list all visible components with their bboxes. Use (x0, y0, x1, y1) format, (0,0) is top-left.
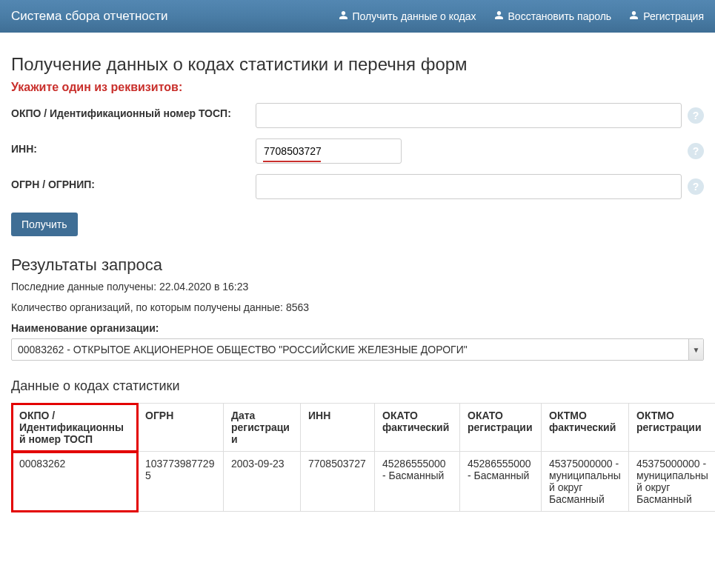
results-heading: Результаты запроса (11, 255, 704, 275)
td-inn: 7708503727 (301, 452, 375, 512)
inn-label: ИНН: (11, 138, 256, 155)
th-okato-fact: ОКАТО фактический (375, 404, 460, 452)
submit-button[interactable]: Получить (11, 213, 78, 236)
nav-links: Получить данные о кодах Восстановить пар… (339, 10, 704, 22)
inn-input[interactable] (256, 138, 402, 164)
org-name-label: Наименование организации: (11, 322, 704, 334)
table-row: 00083262 1037739877295 2003-09-23 770850… (12, 452, 716, 512)
page-title: Получение данных о кодах статистики и пе… (11, 54, 704, 75)
form-row-okpo: ОКПО / Идентификационный номер ТОСП: ? (11, 103, 704, 128)
help-icon[interactable]: ? (688, 143, 704, 159)
ogrn-label: ОГРН / ОГРНИП: (11, 174, 256, 190)
nav-link-label: Получить данные о кодах (353, 10, 476, 22)
content: Получение данных о кодах статистики и пе… (0, 33, 715, 523)
th-okato-reg: ОКАТО регистрации (460, 404, 542, 452)
td-okpo: 00083262 (12, 452, 138, 512)
th-oktmo-fact: ОКТМО фактический (542, 404, 629, 452)
nav-link-register[interactable]: Регистрация (629, 10, 704, 22)
brand: Система сбора отчетности (11, 9, 339, 24)
navbar: Система сбора отчетности Получить данные… (0, 0, 715, 33)
td-okato-reg: 45286555000 - Басманный (460, 452, 542, 512)
th-okpo: ОКПО / Идентификационный номер ТОСП (12, 404, 138, 452)
last-data-line: Последние данные получены: 22.04.2020 в … (11, 281, 704, 293)
nav-link-label: Регистрация (643, 10, 704, 22)
table-header-row: ОКПО / Идентификационный номер ТОСП ОГРН… (12, 404, 716, 452)
subtitle: Укажите один из реквизитов: (11, 81, 704, 94)
stats-table: ОКПО / Идентификационный номер ТОСП ОГРН… (11, 403, 715, 512)
org-name-select[interactable]: 00083262 - ОТКРЫТОЕ АКЦИОНЕРНОЕ ОБЩЕСТВО… (11, 338, 704, 361)
okpo-label: ОКПО / Идентификационный номер ТОСП: (11, 103, 256, 119)
nav-link-get-codes[interactable]: Получить данные о кодах (339, 10, 476, 22)
nav-link-restore[interactable]: Восстановить пароль (494, 10, 612, 22)
th-ogrn: ОГРН (138, 404, 224, 452)
stats-section-title: Данные о кодах статистики (11, 378, 704, 394)
org-name-value: 00083262 - ОТКРЫТОЕ АКЦИОНЕРНОЕ ОБЩЕСТВО… (18, 344, 468, 355)
chevron-down-icon: ▼ (688, 339, 703, 360)
user-icon (494, 10, 504, 22)
th-oktmo-reg: ОКТМО регистрации (629, 404, 716, 452)
help-icon[interactable]: ? (688, 107, 704, 124)
okpo-input[interactable] (256, 103, 682, 128)
ogrn-input[interactable] (256, 174, 682, 199)
td-oktmo-reg: 45375000000 - муниципальный округ Басман… (629, 452, 716, 512)
td-regdate: 2003-09-23 (224, 452, 301, 512)
org-count-line: Количество организаций, по которым получ… (11, 301, 704, 313)
user-icon (339, 10, 348, 22)
td-ogrn: 1037739877295 (138, 452, 224, 512)
td-okato-fact: 45286555000 - Басманный (375, 452, 460, 512)
user-icon (629, 10, 639, 22)
th-regdate: Дата регистрации (224, 404, 301, 452)
inn-underline (263, 161, 321, 162)
help-icon[interactable]: ? (688, 178, 704, 195)
form-row-inn: ИНН: ? (11, 138, 704, 164)
nav-link-label: Восстановить пароль (508, 10, 612, 22)
td-oktmo-fact: 45375000000 - муниципальный округ Басман… (542, 452, 629, 512)
form-row-ogrn: ОГРН / ОГРНИП: ? (11, 174, 704, 199)
th-inn: ИНН (301, 404, 375, 452)
